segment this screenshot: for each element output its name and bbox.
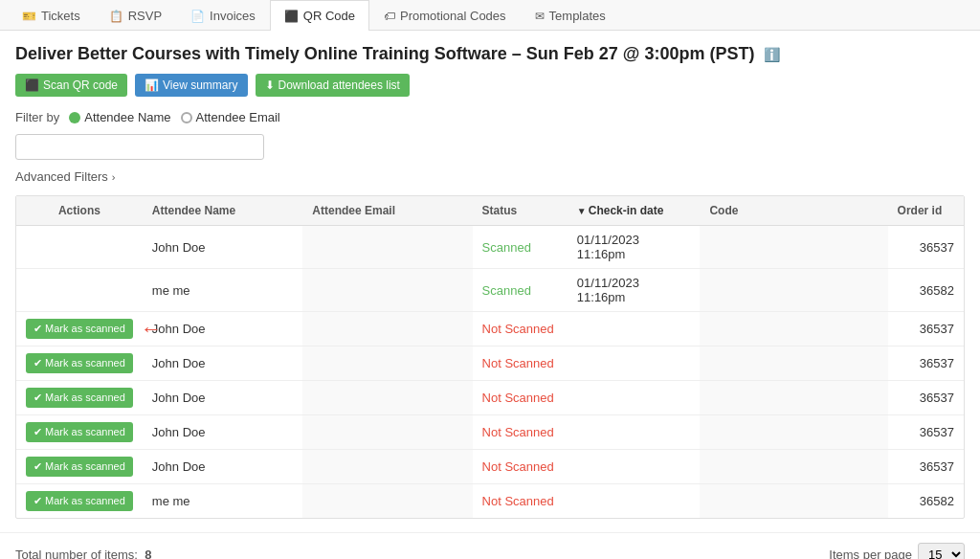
tab-templates[interactable]: ✉ Templates [521, 0, 620, 31]
col-header-orderid: Order id [888, 196, 964, 226]
attendees-table-wrap: Actions Attendee Name Attendee Email Sta… [15, 195, 965, 519]
action-cell [16, 226, 143, 269]
col-header-name: Attendee Name [143, 196, 302, 226]
order-id: 36537 [888, 450, 964, 484]
col-header-checkin[interactable]: ▼Check-in date [568, 196, 701, 226]
attendee-name: John Doe [143, 381, 302, 415]
action-cell: ✔ Mark as scanned [16, 347, 143, 381]
mark-as-scanned-button[interactable]: ✔ Mark as scanned [26, 388, 133, 408]
tab-rsvp[interactable]: 📋 RSVP [95, 0, 176, 31]
mark-as-scanned-button[interactable]: ✔ Mark as scanned [26, 422, 133, 442]
attendee-email [302, 450, 472, 484]
attendee-name: John Doe [143, 226, 302, 269]
ticket-icon: 🎫 [22, 10, 36, 23]
table-row: ✔ Mark as scannedme meNot Scanned36582 [16, 484, 964, 519]
download-button[interactable]: ⬇ Download attendees list [256, 74, 410, 97]
code-cell [700, 450, 887, 484]
templates-icon: ✉ [535, 10, 545, 23]
action-cell: ✔ Mark as scanned [16, 484, 143, 519]
rsvp-icon: 📋 [109, 10, 123, 23]
attendee-name: me me [143, 484, 302, 519]
page-title: Deliver Better Courses with Timely Onlin… [15, 44, 965, 64]
red-arrow-icon: ← [141, 317, 162, 342]
code-cell [700, 484, 887, 519]
status-badge: Scanned [473, 269, 568, 312]
table-row: ✔ Mark as scanned←John DoeNot Scanned365… [16, 312, 964, 347]
scan-qr-button[interactable]: ⬛ Scan QR code [15, 74, 127, 97]
tab-invoices[interactable]: 📄 Invoices [176, 0, 270, 31]
sort-icon: ▼ [577, 206, 587, 216]
col-header-status: Status [473, 196, 568, 226]
attendee-email [302, 381, 472, 415]
view-summary-button[interactable]: 📊 View summary [135, 74, 247, 97]
attendee-email [302, 312, 472, 347]
filter-attendee-email[interactable]: Attendee Email [181, 110, 280, 124]
checkin-date [568, 450, 701, 484]
action-cell: ✔ Mark as scanned [16, 450, 143, 484]
footer: Total number of items: 8 Items per page … [0, 532, 980, 559]
status-badge: Not Scanned [473, 484, 568, 519]
promo-icon: 🏷 [384, 10, 395, 23]
table-row: ✔ Mark as scannedJohn DoeNot Scanned3653… [16, 347, 964, 381]
attendee-email [302, 347, 472, 381]
attendee-name: John Doe [143, 312, 302, 347]
download-icon: ⬇ [265, 78, 275, 92]
status-badge: Not Scanned [473, 312, 568, 347]
qr-btn-icon: ⬛ [25, 78, 39, 92]
status-badge: Not Scanned [473, 415, 568, 450]
checkin-date [568, 381, 701, 415]
code-cell [700, 269, 887, 312]
code-cell [700, 415, 887, 450]
table-row: ✔ Mark as scannedJohn DoeNot Scanned3653… [16, 381, 964, 415]
invoices-icon: 📄 [190, 10, 205, 23]
checkin-date [568, 484, 701, 519]
attendee-email [302, 415, 472, 450]
filter-attendee-name[interactable]: Attendee Name [69, 110, 170, 124]
mark-as-scanned-button[interactable]: ✔ Mark as scanned [26, 457, 133, 477]
info-icon[interactable]: ℹ️ [764, 47, 780, 62]
search-input[interactable] [15, 134, 264, 160]
table-row: ✔ Mark as scannedJohn DoeNot Scanned3653… [16, 415, 964, 450]
action-buttons: ⬛ Scan QR code 📊 View summary ⬇ Download… [15, 74, 965, 97]
code-cell [700, 347, 887, 381]
checkin-date: 01/11/2023 11:16pm [568, 269, 701, 312]
attendee-email [302, 226, 472, 269]
tab-tickets[interactable]: 🎫 Tickets [8, 0, 95, 31]
checkin-date: 01/11/2023 11:16pm [568, 226, 701, 269]
col-header-actions: Actions [16, 196, 143, 226]
items-per-page-section: Items per page 15 25 50 [829, 543, 965, 559]
code-cell [700, 226, 887, 269]
table-row: me meScanned01/11/2023 11:16pm36582 [16, 269, 964, 312]
order-id: 36537 [888, 381, 964, 415]
mark-as-scanned-button[interactable]: ✔ Mark as scanned [26, 353, 133, 373]
items-per-page-select[interactable]: 15 25 50 [918, 543, 965, 559]
status-badge: Scanned [473, 226, 568, 269]
order-id: 36537 [888, 312, 964, 347]
filter-row: Filter by Attendee Name Attendee Email [15, 110, 965, 124]
order-id: 36537 [888, 226, 964, 269]
tab-qr-code[interactable]: ⬛ QR Code [270, 0, 369, 31]
action-cell: ✔ Mark as scanned [16, 381, 143, 415]
tab-promotional-codes[interactable]: 🏷 Promotional Codes [369, 0, 521, 31]
checkin-date [568, 312, 701, 347]
col-header-email: Attendee Email [302, 196, 472, 226]
action-cell: ✔ Mark as scanned← [16, 312, 143, 347]
mark-as-scanned-button[interactable]: ✔ Mark as scanned [26, 319, 133, 339]
checkin-date [568, 415, 701, 450]
qr-icon: ⬛ [284, 10, 299, 23]
attendee-name: John Doe [143, 450, 302, 484]
advanced-filters-toggle[interactable]: Advanced Filters › [15, 169, 965, 184]
radio-selected-icon [69, 112, 80, 123]
attendee-email [302, 484, 472, 519]
summary-icon: 📊 [145, 78, 159, 92]
attendee-name: John Doe [143, 415, 302, 450]
total-items: Total number of items: 8 [15, 548, 151, 559]
tab-bar: 🎫 Tickets 📋 RSVP 📄 Invoices ⬛ QR Code 🏷 … [0, 0, 980, 31]
checkin-date [568, 347, 701, 381]
order-id: 36537 [888, 415, 964, 450]
attendee-name: John Doe [143, 347, 302, 381]
action-cell: ✔ Mark as scanned [16, 415, 143, 450]
mark-as-scanned-button[interactable]: ✔ Mark as scanned [26, 491, 133, 511]
code-cell [700, 381, 887, 415]
attendees-table: Actions Attendee Name Attendee Email Sta… [16, 196, 964, 518]
